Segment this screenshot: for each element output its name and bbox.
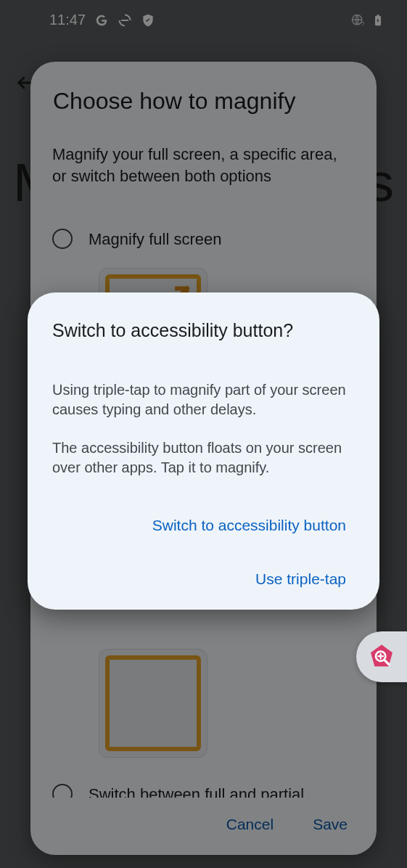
dialog-paragraph-2: The accessibility button floats on your … (52, 438, 355, 478)
use-triple-tap-button[interactable]: Use triple-tap (255, 570, 346, 588)
dialog-actions: Switch to accessibility button Use tripl… (52, 517, 355, 588)
dialog-title: Switch to accessibility button? (52, 320, 355, 341)
dialog-paragraph-1: Using triple-tap to magnify part of your… (52, 380, 355, 419)
magnify-plus-icon (367, 642, 396, 671)
switch-to-accessibility-button[interactable]: Switch to accessibility button (152, 517, 346, 534)
accessibility-fab[interactable] (356, 631, 407, 682)
switch-accessibility-dialog: Switch to accessibility button? Using tr… (28, 292, 379, 610)
